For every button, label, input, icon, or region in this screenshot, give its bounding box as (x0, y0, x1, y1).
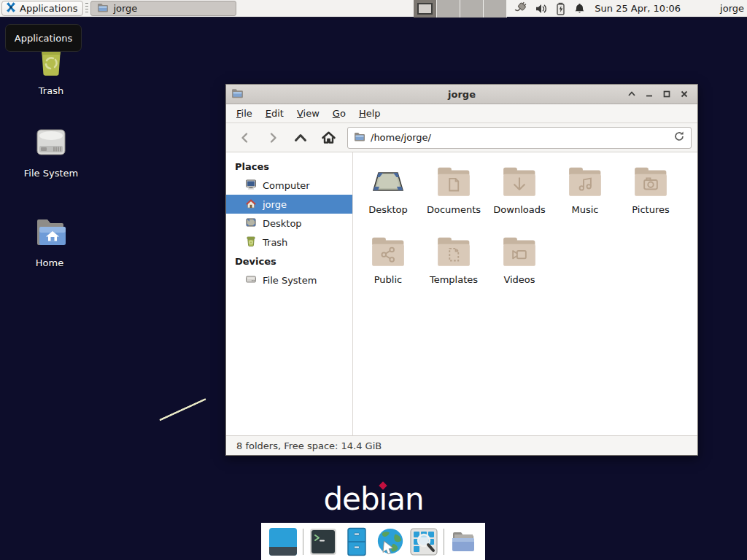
xfce-logo-icon (5, 1, 17, 15)
sidebar-item-jorge[interactable]: jorge (226, 195, 352, 214)
music-folder-icon (567, 164, 603, 198)
minimize-button[interactable] (643, 88, 655, 100)
folder-videos[interactable]: Videos (487, 231, 552, 301)
home-folder-icon (31, 215, 68, 253)
close-button[interactable] (678, 88, 690, 100)
desktop-icon (245, 217, 257, 230)
desktop-icon-home[interactable]: Home (15, 215, 85, 268)
app-finder-icon[interactable] (409, 527, 438, 556)
panel-username: jorge (720, 3, 744, 14)
folder-pictures[interactable]: Pictures (618, 161, 684, 231)
folder-launcher-icon[interactable] (449, 527, 478, 556)
desktop-icon-file-system[interactable]: File System (16, 125, 86, 179)
maximize-button[interactable] (661, 88, 673, 100)
workspace-window-thumbnail (417, 3, 433, 15)
folder-downloads[interactable]: Downloads (487, 161, 552, 231)
folder-label: Public (374, 274, 402, 285)
sidebar-item-label: jorge (263, 199, 287, 210)
computer-icon (245, 179, 257, 192)
dock-separator (303, 529, 303, 555)
desktop-icon-label: Trash (39, 85, 63, 96)
bottom-dock (261, 523, 485, 560)
wordmark-part3: an (387, 481, 423, 517)
system-tray (514, 1, 586, 15)
folder-label: Documents (427, 204, 481, 215)
taskbar-window-label: jorge (113, 3, 137, 14)
folder-music[interactable]: Music (552, 161, 618, 231)
applications-tooltip: Applications (5, 24, 82, 52)
drive-icon (245, 273, 257, 287)
sidebar-item-label: Computer (263, 180, 310, 191)
documents-folder-icon (436, 164, 472, 198)
stray-line-artifact (159, 398, 206, 421)
workspace-2[interactable] (437, 0, 460, 18)
applications-menu-label: Applications (20, 3, 77, 14)
reload-icon[interactable] (673, 131, 685, 145)
menu-help[interactable]: Help (352, 105, 387, 122)
folder-public[interactable]: Public (355, 231, 421, 301)
toolbar: /home/jorge/ (226, 123, 697, 152)
location-bar[interactable]: /home/jorge/ (347, 127, 692, 149)
folder-label: Desktop (368, 204, 408, 215)
volume-icon[interactable] (535, 2, 548, 15)
menu-file[interactable]: File (230, 105, 259, 122)
location-path[interactable]: /home/jorge/ (371, 132, 668, 143)
menu-edit[interactable]: Edit (259, 105, 290, 122)
menu-go[interactable]: Go (326, 105, 352, 122)
workspace-switcher (414, 0, 507, 18)
public-folder-icon (370, 234, 406, 268)
wordmark-part1: deb (323, 481, 379, 517)
videos-folder-icon (501, 234, 538, 268)
file-manager-icon[interactable] (342, 527, 371, 556)
folder-label: Templates (430, 274, 478, 285)
sidebar-item-label: Trash (263, 237, 287, 248)
pictures-folder-icon (632, 164, 669, 198)
panel-clock[interactable]: Sun 25 Apr, 10:06 (595, 3, 681, 14)
top-panel: Applications jorge (0, 0, 747, 18)
folder-documents[interactable]: Documents (421, 161, 487, 231)
home-button[interactable] (315, 127, 341, 149)
network-icon[interactable] (514, 1, 528, 15)
back-button[interactable] (232, 127, 258, 149)
devices-header: Devices (226, 252, 352, 271)
workspace-1[interactable] (414, 0, 437, 18)
file-list: Desktop Documents Downloads Music (353, 152, 697, 435)
folder-label: Downloads (493, 204, 545, 215)
downloads-folder-icon (501, 164, 538, 198)
hard-drive-icon (33, 125, 69, 163)
sidebar-item-file-system[interactable]: File System (226, 271, 352, 289)
folder-label: Music (572, 204, 599, 215)
workspace-4[interactable] (484, 0, 507, 18)
menubar: File Edit View Go Help (226, 104, 697, 123)
home-icon (245, 198, 257, 211)
terminal-icon[interactable] (309, 527, 338, 556)
sidebar-item-label: Desktop (263, 218, 302, 229)
folder-desktop[interactable]: Desktop (355, 161, 421, 231)
battery-icon[interactable] (554, 2, 567, 15)
folder-icon (97, 1, 109, 15)
desktop-icon-label: Home (36, 257, 63, 268)
folder-label: Videos (503, 274, 535, 285)
templates-folder-icon (436, 234, 472, 268)
workspace-3[interactable] (460, 0, 484, 18)
shade-button[interactable] (626, 88, 638, 100)
taskbar-window-button[interactable]: jorge (90, 1, 236, 16)
statusbar: 8 folders, Free space: 14.4 GiB (226, 435, 697, 455)
sidebar-item-desktop[interactable]: Desktop (226, 214, 352, 233)
sidebar-item-computer[interactable]: Computer (226, 176, 352, 195)
applications-menu-button[interactable]: Applications (1, 1, 83, 16)
notification-bell-icon[interactable] (573, 2, 586, 15)
panel-handle[interactable] (85, 3, 89, 15)
sidebar-item-trash[interactable]: Trash (226, 233, 352, 252)
desktop-icon-label: File System (24, 168, 78, 179)
window-titlebar[interactable]: jorge (226, 85, 697, 104)
folder-templates[interactable]: Templates (421, 231, 487, 301)
web-browser-icon[interactable] (376, 527, 405, 556)
trash-icon (245, 236, 257, 249)
forward-button[interactable] (260, 127, 286, 149)
up-button[interactable] (287, 127, 314, 149)
status-text: 8 folders, Free space: 14.4 GiB (236, 440, 382, 451)
desktop-special-icon (370, 164, 406, 198)
menu-view[interactable]: View (290, 105, 326, 122)
show-desktop-icon[interactable] (268, 527, 298, 556)
